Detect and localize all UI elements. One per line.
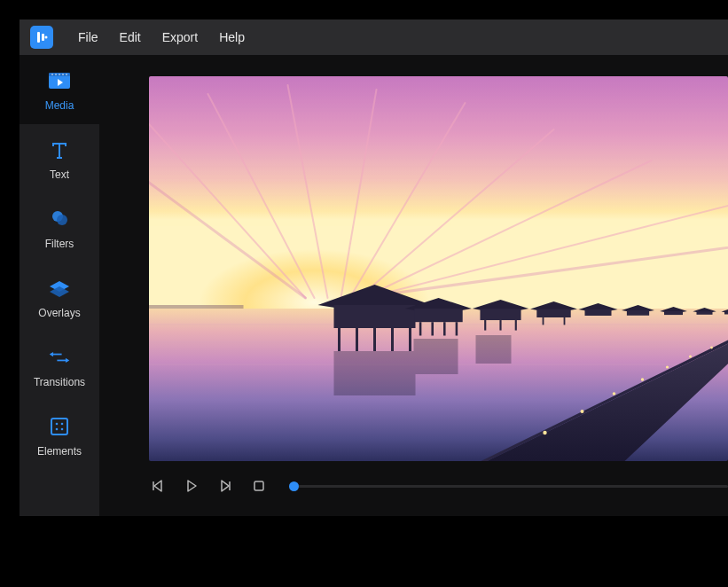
sidebar-item-text[interactable]: Text <box>20 124 99 193</box>
sidebar-item-filters[interactable]: Filters <box>20 193 99 262</box>
sidebar-item-elements[interactable]: Elements <box>20 401 99 470</box>
svg-rect-52 <box>334 305 416 328</box>
sidebar-item-label: Text <box>50 168 69 181</box>
menu-export[interactable]: Export <box>162 30 198 44</box>
svg-point-23 <box>61 428 64 431</box>
prev-frame-button[interactable] <box>149 477 167 495</box>
main-area <box>99 55 728 516</box>
svg-point-44 <box>581 410 584 413</box>
media-icon <box>48 69 71 92</box>
sidebar-item-label: Overlays <box>38 307 80 319</box>
svg-point-7 <box>55 74 57 75</box>
svg-rect-76 <box>627 310 649 316</box>
play-button[interactable] <box>183 477 200 495</box>
svg-point-49 <box>710 347 713 349</box>
svg-marker-18 <box>66 358 69 363</box>
app-logo-icon <box>30 26 53 49</box>
video-preview[interactable] <box>149 76 728 461</box>
svg-point-9 <box>62 74 64 75</box>
menu-edit[interactable]: Edit <box>120 30 141 44</box>
sidebar-item-label: Elements <box>37 445 82 458</box>
svg-rect-91 <box>254 481 263 490</box>
svg-point-21 <box>61 423 64 426</box>
overlays-icon <box>48 277 71 300</box>
svg-rect-59 <box>414 309 462 322</box>
sidebar-item-label: Filters <box>45 238 74 250</box>
sidebar-item-label: Media <box>45 99 74 112</box>
svg-rect-36 <box>149 305 244 309</box>
sidebar-item-media[interactable]: Media <box>20 55 99 124</box>
svg-rect-1 <box>42 34 44 41</box>
svg-point-2 <box>45 36 48 39</box>
svg-point-46 <box>641 378 644 380</box>
svg-marker-88 <box>188 481 196 491</box>
sidebar-item-label: Transitions <box>34 376 85 388</box>
playhead-handle[interactable] <box>289 481 299 491</box>
sidebar: Media Text Filters Overlays <box>20 55 99 516</box>
menu-help[interactable]: Help <box>219 30 245 44</box>
svg-marker-16 <box>50 352 53 356</box>
menu-file[interactable]: File <box>78 30 98 44</box>
svg-rect-82 <box>724 312 728 315</box>
svg-point-6 <box>51 74 53 75</box>
svg-rect-74 <box>585 309 612 316</box>
elements-icon <box>48 415 71 438</box>
svg-marker-86 <box>154 481 161 491</box>
svg-point-12 <box>57 215 67 225</box>
svg-point-47 <box>666 365 669 368</box>
svg-point-22 <box>56 428 59 431</box>
svg-point-45 <box>613 392 616 395</box>
svg-rect-83 <box>334 351 416 395</box>
transitions-icon <box>48 346 71 369</box>
text-icon <box>48 138 71 161</box>
body: Media Text Filters Overlays <box>20 55 728 516</box>
svg-marker-89 <box>222 481 229 491</box>
svg-rect-70 <box>536 309 570 317</box>
svg-rect-78 <box>664 311 683 315</box>
menubar: File Edit Export Help <box>20 20 728 55</box>
svg-point-8 <box>59 74 60 75</box>
next-frame-button[interactable] <box>216 477 234 495</box>
svg-rect-65 <box>480 309 521 320</box>
svg-rect-85 <box>476 335 512 364</box>
sidebar-item-transitions[interactable]: Transitions <box>20 332 99 401</box>
svg-rect-0 <box>37 32 40 43</box>
svg-rect-84 <box>414 339 458 374</box>
svg-point-43 <box>543 431 546 434</box>
svg-point-20 <box>56 423 59 426</box>
sidebar-item-overlays[interactable]: Overlays <box>20 262 99 332</box>
stop-button[interactable] <box>250 477 268 495</box>
timeline-scrubber[interactable] <box>289 485 728 488</box>
app-window: File Edit Export Help Media Text <box>20 20 728 516</box>
transport-controls <box>149 474 728 498</box>
svg-rect-19 <box>51 419 67 434</box>
svg-rect-80 <box>697 311 713 315</box>
filters-icon <box>48 207 71 231</box>
svg-point-10 <box>66 74 67 75</box>
svg-point-48 <box>689 356 692 358</box>
